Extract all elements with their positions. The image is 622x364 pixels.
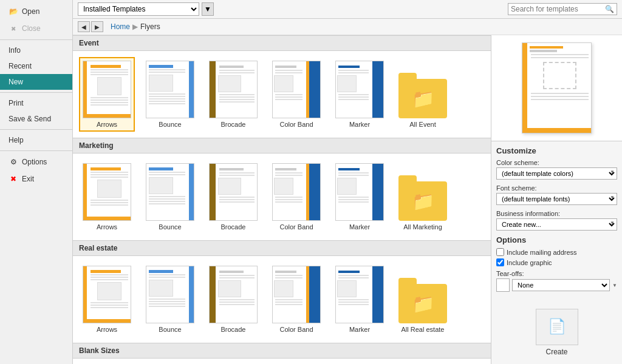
folder-icon-re: 📁: [398, 284, 447, 323]
mailing-checkbox[interactable]: [496, 248, 504, 256]
template-item-brocade-mkt[interactable]: Brocade: [205, 160, 261, 234]
sidebar-item-recent[interactable]: Recent: [0, 58, 72, 74]
tearoffs-label: Tear-offs:: [496, 270, 617, 277]
template-item-brocade-event[interactable]: Brocade: [205, 57, 261, 132]
template-item-all-mkt[interactable]: 📁 All Marketing: [395, 160, 451, 234]
business-info-select[interactable]: Create new...: [496, 218, 617, 231]
folder-glyph-re: 📁: [412, 293, 434, 314]
options-title: Options: [496, 235, 617, 244]
sidebar-item-open[interactable]: 📂 Open: [0, 3, 72, 20]
thumb-colorband-re: [272, 266, 321, 323]
business-info-label: Business information:: [496, 210, 617, 217]
preview-content: [528, 46, 591, 100]
template-item-colorband-re[interactable]: Color Band: [268, 262, 324, 337]
folder-glyph-mkt: 📁: [412, 190, 434, 212]
sidebar-item-save[interactable]: Save & Send: [0, 111, 72, 127]
sidebar-item-new[interactable]: New: [0, 74, 72, 90]
template-item-arrows-mkt[interactable]: Arrows: [79, 160, 135, 234]
label-arrows-mkt: Arrows: [97, 223, 117, 231]
sidebar-item-options[interactable]: ⚙ Options: [0, 153, 72, 170]
thumb-arrows-mkt: [83, 163, 131, 221]
tearoffs-arrow: ▼: [612, 283, 617, 288]
sidebar-divider-1: [0, 39, 72, 40]
template-item-colorband-mkt[interactable]: Color Band: [268, 160, 324, 234]
label-colorband-mkt: Color Band: [279, 223, 313, 231]
arrows-sidebar: [83, 61, 87, 118]
tearoffs-group: Tear-offs: None ▼: [496, 270, 617, 292]
breadcrumb-current: Flyers: [140, 22, 160, 31]
template-section-event: Arrows Bounce: [73, 51, 491, 138]
font-scheme-label: Font scheme:: [496, 184, 617, 192]
graphic-label: Include graphic: [507, 259, 552, 266]
tearoffs-select[interactable]: None: [512, 279, 610, 291]
mailing-label: Include mailing address: [507, 249, 577, 256]
thumb-bounce-event: [146, 61, 194, 118]
label-colorband-re: Color Band: [279, 326, 313, 333]
preview-image-box: [543, 62, 576, 89]
dropdown-arrow[interactable]: ▼: [202, 2, 214, 16]
font-scheme-group: Font scheme: (default template fonts): [496, 184, 617, 205]
thumb-brocade-re: [209, 266, 258, 323]
close-icon: ✖: [9, 24, 18, 33]
template-item-marker-re[interactable]: Marker: [332, 262, 388, 337]
template-grid: Event: [73, 35, 491, 364]
tearoffs-wrap: None ▼: [496, 278, 617, 292]
sidebar: 📂 Open ✖ Close Info Recent New Print Sav…: [0, 0, 73, 364]
template-item-arrows-event[interactable]: Arrows: [79, 57, 135, 132]
label-bounce-event: Bounce: [159, 121, 181, 128]
template-row-marketing: Arrows Bounce: [79, 160, 485, 234]
search-icon: 🔍: [605, 5, 614, 13]
open-icon: 📂: [9, 7, 18, 16]
graphic-checkbox[interactable]: [496, 258, 504, 266]
customize-section: Customize Color scheme: (default templat…: [491, 141, 622, 302]
template-section-blank: [73, 359, 491, 364]
exit-icon: ✖: [9, 174, 18, 184]
label-brocade-mkt: Brocade: [221, 223, 246, 231]
thumb-bounce-mkt: [146, 163, 194, 221]
color-scheme-label: Color scheme:: [496, 159, 617, 166]
template-item-marker-mkt[interactable]: Marker: [332, 160, 388, 234]
preview-document: [522, 42, 592, 133]
sidebar-item-close[interactable]: ✖ Close: [0, 20, 72, 37]
template-item-colorband-event[interactable]: Color Band: [268, 57, 324, 132]
search-input[interactable]: [511, 5, 605, 13]
back-button[interactable]: ◀: [78, 21, 90, 32]
template-item-bounce-event[interactable]: Bounce: [142, 57, 198, 132]
graphic-checkbox-row: Include graphic: [496, 258, 617, 266]
content-area: Event: [73, 35, 622, 364]
sidebar-item-info[interactable]: Info: [0, 42, 72, 58]
thumb-arrows-re: [83, 266, 131, 323]
preview-left-bar: [522, 43, 527, 133]
label-arrows-re: Arrows: [97, 326, 117, 333]
main-area: Installed Templates ▼ 🔍 ◀ ▶ Home ▶ Flyer…: [73, 0, 622, 364]
thumb-bounce-re: [146, 266, 194, 323]
breadcrumb-separator: ▶: [132, 22, 138, 31]
create-button[interactable]: 📄: [536, 309, 578, 345]
section-header-event: Event: [73, 35, 491, 51]
thumb-marker-event: [335, 61, 384, 118]
sidebar-item-help[interactable]: Help: [0, 132, 72, 148]
template-item-all-re[interactable]: 📁 All Real estate: [395, 262, 451, 337]
create-btn-area: 📄 Create: [491, 304, 622, 361]
section-header-marketing: Marketing: [73, 138, 491, 153]
sidebar-item-print[interactable]: Print: [0, 95, 72, 111]
template-item-brocade-re[interactable]: Brocade: [205, 262, 261, 337]
color-scheme-wrap: (default template colors): [496, 167, 617, 180]
label-marker-mkt: Marker: [349, 223, 370, 231]
thumb-colorband-mkt: [272, 163, 321, 221]
template-item-arrows-re[interactable]: Arrows: [79, 262, 135, 337]
color-scheme-select[interactable]: (default template colors): [496, 167, 617, 180]
forward-button[interactable]: ▶: [91, 21, 103, 32]
template-item-marker-event[interactable]: Marker: [332, 57, 388, 132]
breadcrumb-home[interactable]: Home: [111, 22, 130, 31]
bounce-accent: [189, 61, 194, 118]
folder-icon-event: 📁: [398, 79, 447, 118]
template-item-all-event[interactable]: 📁 All Event: [395, 57, 451, 132]
right-panel: Customize Color scheme: (default templat…: [491, 35, 622, 364]
font-scheme-select[interactable]: (default template fonts): [496, 193, 617, 205]
sidebar-item-exit[interactable]: ✖ Exit: [0, 170, 72, 187]
template-item-bounce-re[interactable]: Bounce: [142, 262, 198, 337]
template-item-bounce-mkt[interactable]: Bounce: [142, 160, 198, 234]
section-header-realestate: Real estate: [73, 240, 491, 256]
template-dropdown[interactable]: Installed Templates: [78, 2, 199, 16]
